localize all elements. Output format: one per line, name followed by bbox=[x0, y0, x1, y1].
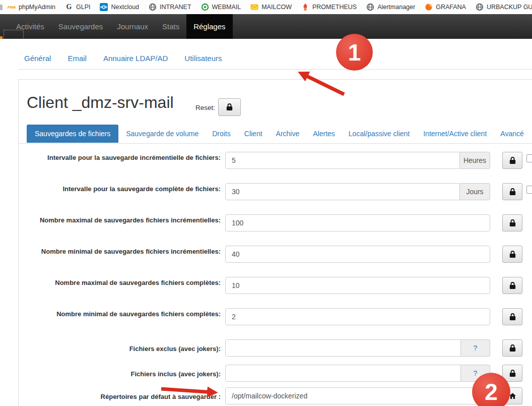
field-input[interactable] bbox=[225, 246, 490, 263]
field-input[interactable] bbox=[225, 387, 477, 404]
settings-row: Nombre maximal de sauvegardes fichiers i… bbox=[27, 214, 532, 235]
lock-button[interactable] bbox=[502, 152, 522, 169]
lock-button[interactable] bbox=[502, 339, 522, 357]
lock-button[interactable] bbox=[502, 308, 522, 325]
client-tab-internet-active-client[interactable]: Internet/Active client bbox=[417, 125, 493, 143]
settings-row: Nombre maximal de sauvegardes fichiers c… bbox=[27, 277, 532, 297]
lock-icon bbox=[508, 219, 517, 227]
settings-row: Intervalle pour la sauvegarde incrémenti… bbox=[27, 152, 532, 172]
reset-lock-button[interactable] bbox=[218, 98, 241, 116]
bookmark-intranet[interactable]: INTRANET bbox=[149, 3, 191, 11]
field-input[interactable] bbox=[225, 365, 461, 382]
field-input[interactable] bbox=[225, 308, 490, 325]
field-label: Fichiers exclus (avec jokers): bbox=[27, 339, 221, 354]
client-tab-sauvegarde-de-volume[interactable]: Sauvegarde de volume bbox=[120, 125, 205, 143]
client-tab-alertes[interactable]: Alertes bbox=[307, 125, 341, 143]
bookmark-label: URBACKUP GUI bbox=[487, 4, 532, 11]
settings-tab-g-n-ral[interactable]: Général bbox=[24, 54, 51, 63]
bookmark-phpmyadmin[interactable]: PMAphpMyAdmin bbox=[8, 3, 55, 11]
bookmark-grafana[interactable]: GRAFANA bbox=[425, 3, 466, 11]
lock-button[interactable] bbox=[502, 214, 522, 231]
bookmark-alertmanager[interactable]: Alertmanager bbox=[366, 3, 415, 11]
lock-button[interactable] bbox=[502, 277, 522, 294]
lock-icon bbox=[508, 188, 517, 196]
bookmark-label: PROMETHEUS bbox=[312, 4, 357, 11]
row-checkbox[interactable] bbox=[526, 186, 532, 194]
lock-icon bbox=[508, 313, 517, 321]
bookmark-nextcloud[interactable]: Nextcloud bbox=[100, 3, 139, 11]
lock-icon bbox=[508, 344, 517, 353]
field-input-group bbox=[225, 214, 490, 231]
client-tab-avanc-[interactable]: Avancé bbox=[494, 125, 529, 143]
globe-icon bbox=[366, 3, 374, 11]
field-input-group: ? bbox=[225, 339, 490, 357]
nav-item-journaux[interactable]: Journaux bbox=[110, 14, 155, 39]
field-input[interactable] bbox=[225, 152, 460, 169]
client-tab-local-passive-client[interactable]: Local/passive client bbox=[343, 125, 416, 143]
bookmark-label: Nextcloud bbox=[111, 4, 139, 11]
field-input-group: Jours bbox=[225, 183, 490, 200]
field-label: Répertoires par défaut à sauvegarder : bbox=[27, 387, 221, 401]
row-checkbox[interactable] bbox=[526, 154, 532, 162]
bookmark-glpi[interactable]: GGLPI bbox=[65, 3, 91, 11]
bookmark-prometheus[interactable]: PROMETHEUS bbox=[301, 3, 357, 11]
reset-label: Reset: bbox=[195, 104, 215, 111]
settings-row: Répertoires par défaut à sauvegarder :? bbox=[27, 387, 532, 406]
field-input[interactable] bbox=[225, 277, 490, 294]
pma-icon: PMA bbox=[8, 3, 16, 11]
bookmark-label: WEBMAIL bbox=[212, 4, 241, 11]
settings-tab-utilisateurs[interactable]: Utilisateurs bbox=[184, 54, 222, 63]
field-input-group: ? bbox=[225, 365, 490, 382]
field-input-group bbox=[225, 308, 490, 325]
lock-icon bbox=[508, 250, 517, 259]
settings-subnav: GénéralEmailAnnuaire LDAP/ADUtilisateurs… bbox=[0, 39, 532, 69]
lock-icon bbox=[508, 369, 517, 378]
divider bbox=[18, 69, 532, 70]
field-input[interactable] bbox=[225, 339, 461, 357]
lock-button[interactable] bbox=[502, 246, 522, 263]
settings-row: Nombre minimal de sauvegardes fichiers i… bbox=[27, 246, 532, 266]
cut-bookmark-fragment bbox=[0, 5, 3, 10]
client-settings-panel: Client _dmz-srv-mail Reset: Sauvegardes … bbox=[18, 79, 532, 406]
nav-item-réglages[interactable]: Réglages bbox=[186, 14, 232, 39]
field-input[interactable] bbox=[225, 183, 460, 200]
lock-icon bbox=[225, 103, 234, 111]
nav-item-sauvegardes[interactable]: Sauvegardes bbox=[51, 14, 110, 39]
field-input[interactable] bbox=[225, 214, 490, 231]
lock-button[interactable] bbox=[502, 183, 522, 200]
client-tab-archive[interactable]: Archive bbox=[270, 125, 306, 143]
field-input-group bbox=[225, 277, 490, 294]
prometheus-icon bbox=[301, 3, 309, 11]
nav-item-stats[interactable]: Stats bbox=[155, 14, 186, 39]
client-tab-droits[interactable]: Droits bbox=[206, 125, 237, 143]
grafana-icon bbox=[425, 3, 433, 11]
settings-row: Fichiers exclus (avec jokers):? bbox=[27, 339, 532, 360]
bookmark-label: Alertmanager bbox=[377, 4, 415, 11]
page-title: Client _dmz-srv-mail bbox=[27, 93, 174, 112]
settings-tab-email[interactable]: Email bbox=[68, 54, 87, 63]
mailcow-icon bbox=[250, 3, 258, 11]
client-tab-sauvegardes-de-fichiers[interactable]: Sauvegardes de fichiers bbox=[27, 125, 118, 143]
lock-icon bbox=[508, 281, 517, 290]
settings-row: Nombre minimal de sauvegardes fichiers c… bbox=[27, 308, 532, 328]
unit-addon: Heures bbox=[460, 152, 490, 169]
bookmark-urbackup-gui[interactable]: URBACKUP GUI bbox=[476, 3, 532, 11]
field-label: Nombre minimal de sauvegardes fichiers c… bbox=[27, 308, 221, 319]
unit-addon: Jours bbox=[460, 183, 490, 200]
settings-row: Fichiers inclus (avec jokers):? bbox=[27, 365, 532, 385]
settings-tab-annuaire-ldap-ad[interactable]: Annuaire LDAP/AD bbox=[103, 54, 168, 63]
bookmark-label: phpMyAdmin bbox=[19, 4, 55, 11]
field-label: Nombre maximal de sauvegardes fichiers i… bbox=[27, 214, 221, 225]
tabs-divider bbox=[19, 143, 532, 144]
bookmark-label: MAILCOW bbox=[261, 4, 292, 11]
field-label: Nombre maximal de sauvegardes fichiers c… bbox=[27, 277, 221, 287]
nextcloud-icon bbox=[100, 3, 108, 11]
client-tab-client[interactable]: Client bbox=[238, 125, 269, 143]
bookmark-mailcow[interactable]: MAILCOW bbox=[250, 3, 292, 11]
urbackup-settings-page: PMAphpMyAdminGGLPINextcloudINTRANETWEBMA… bbox=[0, 0, 532, 406]
bookmark-webmail[interactable]: WEBMAIL bbox=[201, 3, 241, 11]
field-label: Nombre minimal de sauvegardes fichiers i… bbox=[27, 246, 221, 256]
bookmark-label: GLPI bbox=[76, 4, 91, 11]
field-input-group: Heures bbox=[225, 152, 490, 169]
help-addon[interactable]: ? bbox=[461, 339, 490, 357]
